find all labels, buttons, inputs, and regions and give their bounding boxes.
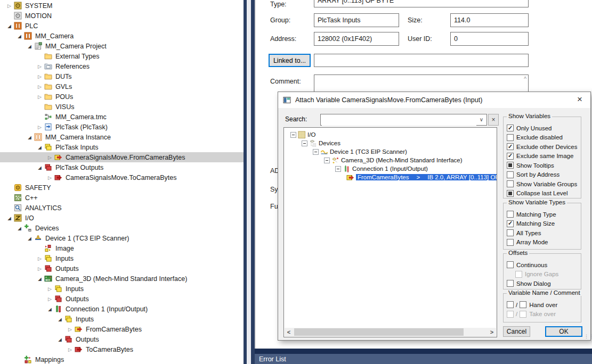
tree-item-inputs[interactable]: ▷Inputs — [0, 284, 244, 294]
expanded-arrow-icon[interactable]: ◢ — [35, 145, 44, 150]
dialog-tree-item-connection-1-input-output[interactable]: Connection 1 (Input/Output) — [284, 164, 497, 173]
option-matching-size[interactable]: Matching Size — [507, 219, 579, 229]
expanded-arrow-icon[interactable]: ◢ — [25, 236, 34, 241]
option-array-mode[interactable]: Array Mode — [507, 238, 579, 247]
tree-item-c[interactable]: C++ — [0, 193, 244, 203]
collapsed-arrow-icon[interactable]: ▷ — [35, 94, 44, 100]
scroll-left-icon[interactable]: < — [285, 328, 293, 336]
collapsed-arrow-icon[interactable]: ▷ — [5, 3, 14, 9]
checkbox-exclude-disabled[interactable] — [507, 134, 514, 141]
option-show-dialog[interactable]: Show Dialog — [507, 279, 579, 288]
expanded-arrow-icon[interactable]: ◢ — [25, 135, 34, 140]
checkbox-show-dialog[interactable] — [507, 280, 514, 287]
option-matching-type[interactable]: Matching Type — [507, 210, 579, 219]
collapsed-arrow-icon[interactable]: ▷ — [66, 347, 75, 352]
tree-item-mm-camera-instance[interactable]: ◢MM_Camera Instance — [0, 132, 244, 142]
tree-item-mappings[interactable]: Mappings — [0, 354, 244, 364]
expanded-arrow-icon[interactable]: ◢ — [5, 216, 14, 221]
collapse-minus-icon[interactable] — [290, 132, 296, 138]
tree-item-external-types[interactable]: External Types — [0, 51, 244, 61]
collapsed-arrow-icon[interactable]: ▷ — [35, 266, 44, 271]
collapse-minus-icon[interactable] — [302, 140, 307, 146]
option-sort-by-address[interactable]: Sort by Address — [507, 170, 579, 180]
tree-item-inputs[interactable]: ◢Inputs — [0, 314, 244, 324]
collapse-minus-icon[interactable] — [313, 149, 319, 155]
tree-item-inputs[interactable]: ▷Inputs — [0, 253, 244, 263]
collapse-minus-icon[interactable] — [335, 166, 341, 172]
tree-item-plctask-plctask[interactable]: ▷PlcTask (PlcTask) — [0, 122, 244, 132]
tree-item-plc[interactable]: ◢PLC — [0, 21, 244, 31]
horizontal-scrollbar[interactable]: < > — [285, 328, 496, 336]
option-hand-over[interactable]: /Hand over — [507, 300, 579, 310]
option-all-types[interactable]: All Types — [507, 228, 579, 238]
scroll-right-icon[interactable]: > — [488, 328, 496, 336]
expanded-arrow-icon[interactable]: ◢ — [5, 23, 14, 29]
tree-item-mm-camera[interactable]: ◢MM_Camera — [0, 31, 244, 41]
cancel-button[interactable]: Cancel — [503, 326, 530, 337]
tree-item-mm-camera-tmc[interactable]: MM_Camera.tmc — [0, 112, 244, 122]
tree-item-plctask-inputs[interactable]: ◢PlcTask Inputs — [0, 142, 244, 152]
tree-item-visus[interactable]: VISUs — [0, 102, 244, 112]
collapsed-arrow-icon[interactable]: ▷ — [35, 125, 44, 130]
ok-button[interactable]: OK — [545, 326, 582, 337]
option-exclude-other-devices[interactable]: Exclude other Devices — [507, 142, 579, 152]
tree-item-fromcamerabytes[interactable]: ▷FromCameraBytes — [0, 324, 244, 334]
tree-item-gvls[interactable]: ▷GVLs — [0, 81, 244, 92]
dialog-tree-item-fromcamerabytes[interactable]: FromCameraBytes>IB 2.0, ARRAY [0..113] O… — [284, 173, 497, 181]
expanded-arrow-icon[interactable]: ◢ — [55, 337, 64, 342]
tree-item-system[interactable]: ▷SYSTEM — [0, 1, 244, 11]
address-input[interactable] — [314, 32, 399, 46]
collapse-minus-icon[interactable] — [324, 158, 330, 163]
tree-item-image[interactable]: Image — [0, 243, 244, 253]
checkbox-matching-size[interactable] — [507, 220, 514, 227]
tree-item-safety[interactable]: SAFETY — [0, 183, 244, 193]
checkbox-matching-type[interactable] — [507, 211, 514, 218]
checkbox-exclude-same-image[interactable] — [507, 153, 514, 160]
option-only-unused[interactable]: Only Unused — [507, 123, 579, 133]
checkbox-hand-over[interactable] — [507, 301, 514, 308]
tree-item-plctask-outputs[interactable]: ◢PlcTask Outputs — [0, 162, 244, 172]
group-input[interactable] — [314, 13, 399, 27]
collapsed-arrow-icon[interactable]: ▷ — [45, 155, 54, 160]
tree-item-tocamerabytes[interactable]: ▷ToCameraBytes — [0, 344, 244, 354]
collapsed-arrow-icon[interactable]: ▷ — [35, 74, 44, 79]
size-input[interactable] — [450, 13, 529, 27]
option-show-variable-groups[interactable]: Show Variable Groups — [507, 179, 579, 189]
dialog-tree-item-i-o[interactable]: I/O — [284, 130, 497, 139]
expanded-arrow-icon[interactable]: ◢ — [15, 34, 24, 39]
userid-input[interactable] — [450, 32, 529, 46]
expanded-arrow-icon[interactable]: ◢ — [35, 276, 44, 282]
linked-to-button[interactable]: Linked to... — [269, 54, 311, 67]
dialog-tree-item-devices[interactable]: Devices — [284, 139, 497, 147]
option-exclude-same-image[interactable]: Exclude same Image — [507, 152, 579, 161]
collapsed-arrow-icon[interactable]: ▷ — [45, 296, 54, 302]
tree-item-i-o[interactable]: ◢I/O — [0, 213, 244, 223]
tree-item-connection-1-input-output[interactable]: ◢Connection 1 (Input/Output) — [0, 304, 244, 314]
resize-grip[interactable]: ⋮⋮ — [584, 334, 589, 339]
checkbox-show-variable-groups[interactable] — [507, 180, 514, 187]
tree-item-device-1-tc3-eip-scanner[interactable]: ◢Device 1 (TC3 EIP Scanner) — [0, 233, 244, 243]
option-exclude-disabled[interactable]: Exclude disabled — [507, 133, 579, 143]
tree-item-camera-3d-mech-mind-standard-interface[interactable]: ◢BOXCamera_3D (Mech-Mind Standard Interf… — [0, 274, 244, 284]
dialog-titlebar[interactable]: Attach Variable CameraSignalsMove.FromCa… — [278, 92, 590, 108]
tree-item-outputs[interactable]: ◢Outputs — [0, 334, 244, 344]
checkbox-only-unused[interactable] — [507, 125, 514, 131]
scroll-up-icon[interactable]: ^ — [524, 76, 526, 82]
collapsed-arrow-icon[interactable]: ▷ — [45, 175, 54, 180]
collapsed-arrow-icon[interactable]: ▷ — [66, 327, 75, 332]
dialog-tree-item-device-1-tc3-eip-scanner[interactable]: Device 1 (TC3 EIP Scanner) — [284, 147, 497, 156]
collapsed-arrow-icon[interactable]: ▷ — [45, 286, 54, 292]
dialog-tree-item-camera-3d-mech-mind-standard-interface[interactable]: Camera_3D (Mech-Mind Standard Interface) — [284, 156, 497, 164]
checkbox-show-tooltips[interactable] — [507, 162, 514, 169]
tree-item-camerasignalsmove-tocamerabytes[interactable]: ▷CameraSignalsMove.ToCameraBytes — [0, 172, 244, 183]
selected-variable-row[interactable]: FromCameraBytes>IB 2.0, ARRAY [0..113] O… — [356, 174, 497, 180]
expanded-arrow-icon[interactable]: ◢ — [25, 44, 34, 49]
linked-to-value[interactable] — [314, 54, 529, 67]
tree-item-duts[interactable]: ▷DUTs — [0, 71, 244, 81]
checkbox-exclude-other-devices[interactable] — [507, 143, 514, 150]
search-clear-button[interactable]: × — [488, 114, 499, 126]
collapsed-arrow-icon[interactable]: ▷ — [35, 84, 44, 89]
expanded-arrow-icon[interactable]: ◢ — [15, 226, 24, 231]
tree-item-outputs[interactable]: ▷Outputs — [0, 263, 244, 274]
option-collapse-last-level[interactable]: Collapse last Level — [507, 189, 579, 198]
